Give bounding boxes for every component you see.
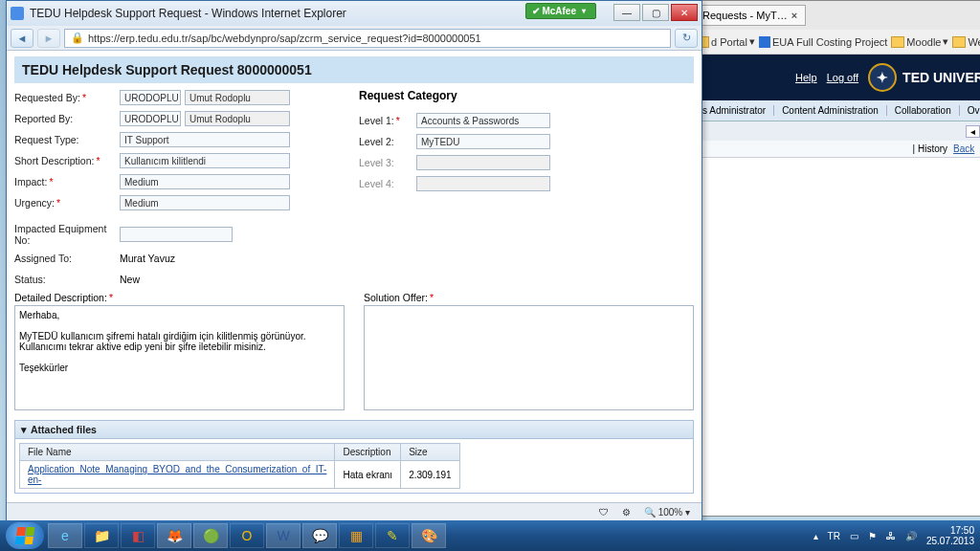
attached-files-header[interactable]: ▾Attached files: [14, 420, 694, 439]
tray-network-icon[interactable]: 🖧: [886, 531, 896, 541]
taskbar-ie[interactable]: e: [48, 523, 82, 548]
bookmark-webd[interactable]: Web D ▾: [952, 35, 980, 48]
tray-expand-icon[interactable]: ▴: [813, 531, 818, 541]
taskbar-app[interactable]: ◧: [121, 523, 155, 548]
portal-scroll-controls: ◂ ▸ ≡: [690, 121, 980, 141]
taskbar-apps: e 📁 ◧ 🦊 🟢 O W 💬 ▦ ✎ 🎨: [48, 523, 446, 548]
level2-field[interactable]: MyTEDU: [416, 134, 550, 149]
tray-flag-icon[interactable]: ▭: [850, 531, 858, 541]
label-status: Status:: [14, 274, 120, 285]
page-content: TEDU Helpdesk Support Request 8000000051…: [7, 51, 702, 502]
label-requested-by: Requested By:*: [14, 92, 120, 103]
label-detailed-desc: Detailed Description:*: [14, 292, 345, 303]
zoom-level[interactable]: 🔍 100% ▾: [644, 507, 690, 518]
forward-button[interactable]: ►: [37, 29, 60, 48]
background-browser-window: ✔ McAfee Requests - MyT… × d Portal ▾ EU…: [689, 0, 980, 517]
label-assigned-to: Assigned To:: [14, 253, 120, 264]
urgency-field[interactable]: Medium: [120, 195, 290, 210]
bookmarks-bar: d Portal ▾ EUA Full Costing Project Mood…: [690, 30, 980, 55]
bookmark-portal[interactable]: d Portal ▾: [696, 35, 755, 48]
label-request-type: Request Type:: [14, 134, 120, 145]
label-solution-offer: Solution Offer:*: [364, 292, 694, 303]
start-button[interactable]: [6, 522, 44, 549]
refresh-button[interactable]: ↻: [675, 29, 698, 48]
tab-label: Requests - MyT…: [702, 10, 788, 21]
history-label: | History: [913, 143, 948, 154]
security-zone-icon: 🛡: [599, 507, 609, 518]
taskbar-app2[interactable]: ▦: [339, 523, 373, 548]
back-button[interactable]: ◄: [11, 29, 33, 48]
label-reported-by: Reported By:: [14, 113, 120, 124]
collapse-icon: ▾: [21, 424, 27, 435]
taskbar-explorer[interactable]: 📁: [84, 523, 119, 548]
table-header-row: File Name Description Size: [20, 444, 460, 461]
taskbar-firefox[interactable]: 🦊: [157, 523, 191, 548]
request-type-field[interactable]: IT Support: [120, 132, 290, 147]
back-link[interactable]: Back: [953, 143, 974, 154]
label-urgency: Urgency:*: [14, 197, 120, 209]
page-icon: [759, 36, 770, 48]
label-level2: Level 2:: [359, 136, 416, 147]
file-link[interactable]: Application_Note_Managing_BYOD_and_the_C…: [28, 464, 326, 485]
tray-date: 25.07.2013: [926, 536, 974, 546]
reported-by-code[interactable]: URODOPLU: [120, 111, 181, 126]
col-size: Size: [401, 444, 460, 461]
tray-clock[interactable]: 17:50 25.07.2013: [926, 525, 974, 546]
close-icon[interactable]: ×: [791, 10, 797, 21]
detailed-desc-textarea[interactable]: Merhaba, MyTEDÜ kullanıcım şifremi hatal…: [14, 305, 345, 410]
close-button[interactable]: ✕: [671, 4, 698, 21]
impacted-eq-field[interactable]: [120, 227, 233, 242]
col-filename: File Name: [20, 444, 335, 461]
taskbar-paint[interactable]: 🎨: [412, 523, 446, 548]
folder-icon: [891, 36, 904, 48]
favicon-icon: [11, 7, 24, 20]
portal-header: Help Log off ✦ TED UNIVERSITY: [690, 55, 980, 100]
file-desc: Hata ekranı: [335, 461, 401, 489]
assigned-to-value: Murat Yavuz: [120, 253, 175, 264]
minimize-button[interactable]: —: [613, 4, 640, 21]
tray-lang[interactable]: TR: [828, 531, 840, 541]
tray-action-center-icon[interactable]: ⚑: [868, 531, 877, 541]
level3-field: [416, 155, 550, 170]
attached-files-table: File Name Description Size Application_N…: [19, 443, 460, 489]
taskbar-lync[interactable]: 💬: [302, 523, 337, 548]
mcafee-badge[interactable]: ✔ McAfee: [525, 3, 596, 19]
label-short-desc: Short Description:*: [14, 155, 120, 166]
maximize-button[interactable]: ▢: [642, 4, 669, 21]
tray-volume-icon[interactable]: 🔊: [905, 531, 917, 541]
tab-requests[interactable]: Requests - MyT… ×: [694, 5, 806, 26]
short-desc-field[interactable]: Kullanıcım kilitlendi: [120, 153, 290, 168]
protected-mode-icon: ⚙: [622, 507, 631, 518]
taskbar-outlook[interactable]: O: [230, 523, 264, 548]
level4-field: [416, 176, 550, 191]
taskbar-app3[interactable]: ✎: [375, 523, 410, 548]
windows-icon: [15, 527, 35, 544]
tray-time: 17:50: [950, 525, 974, 536]
help-link[interactable]: Help: [795, 72, 817, 83]
bookmark-eua[interactable]: EUA Full Costing Project: [759, 36, 887, 48]
taskbar-chrome[interactable]: 🟢: [193, 523, 228, 548]
url-field[interactable]: 🔒 https://erp.tedu.edu.tr/sap/bc/webdynp…: [64, 29, 671, 48]
scroll-left-icon[interactable]: ◂: [966, 125, 980, 138]
solution-offer-textarea[interactable]: [364, 305, 694, 410]
request-category-heading: Request Category: [359, 89, 646, 102]
tab-overflow[interactable]: Ov: [960, 105, 980, 116]
history-bar: | History Back Forward: [690, 141, 980, 158]
logoff-link[interactable]: Log off: [827, 72, 858, 83]
requested-by-code[interactable]: URODOPLU: [120, 90, 181, 105]
tab-collab[interactable]: Collaboration: [887, 105, 960, 116]
ie-window: TEDU Helpdesk Support Request - Windows …: [6, 0, 702, 522]
taskbar-word[interactable]: W: [266, 523, 301, 548]
tab-admin[interactable]: ss Administrator: [690, 105, 774, 116]
tab-content-admin[interactable]: Content Administration: [774, 105, 887, 116]
request-form: Requested By:* URODOPLUUmut Rodoplu Repo…: [14, 89, 694, 288]
ie-status-bar: 🛡 ⚙ 🔍 100% ▾: [7, 502, 702, 521]
bookmark-moodle[interactable]: Moodle ▾: [891, 35, 948, 48]
label-impact: Impact:*: [14, 176, 120, 187]
tedu-logo: ✦ TED UNIVERSITY: [868, 63, 980, 92]
level1-field[interactable]: Accounts & Passwords: [416, 113, 550, 128]
impact-field[interactable]: Medium: [120, 174, 290, 189]
file-size: 2.309.191: [401, 461, 460, 489]
reported-by-name: Umut Rodoplu: [185, 111, 290, 126]
label-level4: Level 4:: [359, 178, 416, 189]
